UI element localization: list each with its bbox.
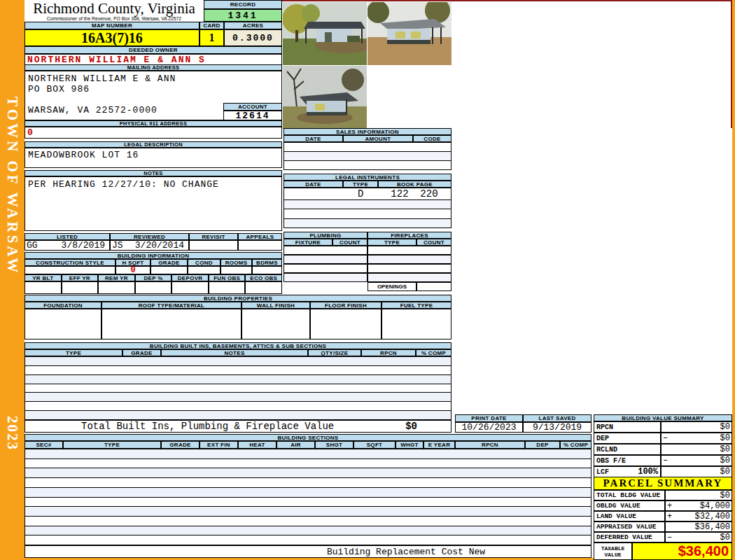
total-built-ins-row: Total Built Ins, Plumbing & Fireplace Va… bbox=[24, 420, 451, 433]
bi-col-notes: NOTES bbox=[161, 349, 308, 356]
county-title-cell: Richmond County, Virginia Commissioner o… bbox=[24, 0, 204, 22]
property-photo-2 bbox=[368, 2, 451, 65]
sec-col-type: TYPE bbox=[63, 441, 161, 449]
empty-row bbox=[25, 402, 451, 411]
plumb-col-count: COUNT bbox=[332, 239, 368, 246]
empty-row bbox=[284, 143, 451, 152]
bi-col-grade: GRADE bbox=[122, 349, 161, 356]
ps-label-total-bldg: TOTAL BLDG VALUE bbox=[594, 490, 665, 500]
reviewed-date: 3/20/2014 bbox=[135, 240, 184, 251]
taxable-label-line1: TAXABLE bbox=[601, 545, 625, 552]
sec-col-shgt: SHGT bbox=[315, 441, 354, 449]
plumbing-fireplaces-section: PLUMBING FIREPLACES FIXTURE COUNT TYPE C… bbox=[284, 232, 451, 292]
prop-col-floor: FLOOR FINISH bbox=[310, 302, 382, 309]
property-photo-3 bbox=[283, 66, 367, 129]
record-value: 1341 bbox=[204, 9, 282, 22]
appeals-label: APPEALS bbox=[238, 233, 282, 240]
col-depovr: DEPOVR bbox=[172, 274, 209, 281]
col-rooms: ROOMS bbox=[220, 259, 252, 266]
bi-col-qty: QTY/SIZE bbox=[308, 349, 361, 356]
parcel-summary: PARCEL SUMMARY TOTAL BLDG VALUE $0 OBLDG… bbox=[594, 477, 732, 558]
map-card-acres: MAP NUMBER CARD ACRES 16A3(7)16 1 0.3000 bbox=[24, 22, 282, 46]
inst-col-date: DATE bbox=[284, 181, 343, 188]
empty-cell bbox=[62, 281, 99, 294]
legal-description-label: LEGAL DESCRIPTION bbox=[24, 141, 282, 148]
empty-cell bbox=[135, 281, 172, 294]
fp-col-count: COUNT bbox=[416, 239, 451, 246]
col-fun-obs: FUN OBS bbox=[209, 274, 246, 281]
col-yr-blt: YR BLT bbox=[24, 274, 62, 281]
empty-row bbox=[25, 498, 591, 507]
account-label: ACCOUNT bbox=[223, 103, 282, 111]
empty-row bbox=[25, 488, 591, 498]
col-eff-yr: EFF YR bbox=[62, 274, 99, 281]
sec-col-sec: SEC# bbox=[24, 441, 63, 449]
mailing-line-1: NORTHERN WILLIAM E & ANN bbox=[28, 74, 176, 84]
empty-row bbox=[25, 468, 591, 478]
empty-row bbox=[25, 393, 451, 402]
mailing-line-3: WARSAW, VA 22572-0000 bbox=[28, 105, 158, 115]
empty-cell bbox=[368, 273, 451, 282]
reviewed-value: JS 3/20/2014 bbox=[110, 240, 189, 251]
ps-op: + bbox=[667, 512, 672, 522]
empty-row bbox=[25, 478, 591, 488]
mailing-address-body: NORTHERN WILLIAM E & ANN PO BOX 986 WARS… bbox=[24, 71, 282, 120]
grade-value bbox=[150, 266, 188, 274]
deeded-owner-section: DEEDED OWNER NORTHERN WILLIAM E & ANN S bbox=[24, 46, 282, 64]
empty-cell bbox=[310, 309, 382, 340]
sec-col-eyear: E YEAR bbox=[424, 441, 455, 449]
commissioner-line: Commissioner of the Revenue, PO Box 366,… bbox=[24, 16, 204, 21]
ps-amount: $4,000 bbox=[700, 501, 730, 511]
notes-value: PER HEARING 12/27/10: NO CHANGE bbox=[24, 176, 282, 231]
map-number-value: 16A3(7)16 bbox=[24, 29, 200, 46]
ps-value-obldg: +$4,000 bbox=[665, 500, 732, 511]
listed-label: LISTED bbox=[24, 233, 110, 240]
empty-row bbox=[25, 459, 591, 469]
sales-col-amount: AMOUNT bbox=[343, 135, 413, 142]
physical-address-value: 0 bbox=[24, 127, 282, 139]
bvs-op: – bbox=[663, 456, 668, 465]
ps-op: + bbox=[667, 501, 672, 511]
legal-instruments-title: LEGAL INSTRUMENTS bbox=[284, 174, 451, 181]
empty-row bbox=[284, 219, 451, 227]
bvs-amount: $0 bbox=[720, 467, 730, 477]
last-saved-value: 9/13/2019 bbox=[523, 422, 592, 433]
empty-cell bbox=[368, 255, 451, 264]
empty-cell bbox=[368, 246, 451, 255]
building-properties-section: BUILDING PROPERTIES FOUNDATION ROOF TYPE… bbox=[24, 295, 451, 340]
empty-cell bbox=[284, 255, 368, 264]
col-cond: COND bbox=[188, 259, 220, 266]
building-info-section: BUILDING INFORMATION CONSTRUCTION STYLE … bbox=[24, 252, 282, 294]
account-value: 12614 bbox=[223, 111, 282, 120]
ps-op: – bbox=[667, 533, 672, 542]
reviewed-by: JS bbox=[112, 240, 123, 251]
empty-row bbox=[25, 536, 591, 545]
col-bdrms: BDRMS bbox=[252, 259, 282, 266]
last-saved-label: LAST SAVED bbox=[523, 414, 592, 422]
empty-cell bbox=[209, 281, 246, 294]
total-built-ins-value: $0 bbox=[405, 421, 417, 432]
built-ins-section: BUILDING BUILT INS, BASEMENTS, ATTICS & … bbox=[24, 342, 451, 420]
revisit-value bbox=[189, 240, 238, 251]
building-sections: BUILDING SECTIONS SEC# TYPE GRADE EXT FI… bbox=[24, 434, 592, 558]
account-box: ACCOUNT 12614 bbox=[223, 103, 282, 120]
empty-cell bbox=[245, 281, 282, 294]
empty-row bbox=[284, 152, 451, 161]
taxable-label-line2: VALUE bbox=[604, 552, 621, 558]
bvs-amount: $0 bbox=[720, 433, 730, 443]
bvs-value-rclnd: $0 bbox=[661, 444, 732, 455]
empty-row bbox=[25, 507, 591, 517]
empty-cell bbox=[284, 246, 368, 255]
bvs-op: – bbox=[663, 433, 668, 443]
bvs-amount: $0 bbox=[720, 456, 730, 465]
print-date-label: PRINT DATE bbox=[455, 414, 523, 422]
print-date-value: 10/26/2023 bbox=[455, 422, 523, 433]
building-properties-title: BUILDING PROPERTIES bbox=[24, 295, 451, 302]
bi-col-rpcn: RPCN bbox=[361, 349, 416, 356]
physical-address-section: PHYSICAL 911 ADDRESS 0 bbox=[24, 120, 282, 137]
ps-label-obldg: OBLDG VALUE bbox=[594, 500, 665, 511]
empty-cell bbox=[24, 281, 62, 294]
empty-row bbox=[284, 200, 451, 209]
empty-cell bbox=[172, 281, 209, 294]
sec-col-heat: HEAT bbox=[238, 441, 276, 449]
